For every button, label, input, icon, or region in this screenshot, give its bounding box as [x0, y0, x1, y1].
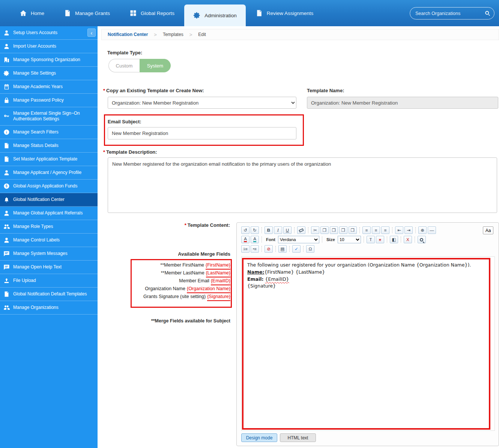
- numbered-list-button[interactable]: 1≡: [241, 245, 250, 253]
- sidebar-item-label: Manage Search Filters: [13, 129, 59, 135]
- sidebar-item-import-user-accounts[interactable]: Import User Accounts: [0, 40, 98, 53]
- required-marker: *: [103, 149, 105, 155]
- toolbar-separator: [262, 237, 262, 243]
- merge-field-row: Member Email {EmailID}: [119, 277, 230, 285]
- sidebar-item-setup-users-accounts[interactable]: Setup Users Accounts ‹: [0, 26, 98, 40]
- sidebar-item-label: Set Master Application Template: [13, 156, 77, 162]
- sidebar-item-global-notification-default-templates[interactable]: Global Notification Default Templates: [0, 288, 98, 301]
- editor-toolbar: ↺ ↻ B I U ✂ ❐ ❒ ❒ ❒ ≡ ≡ ≡: [237, 223, 499, 255]
- sidebar-item-label: Manage Password Policy: [13, 97, 64, 103]
- redo-button[interactable]: ↻: [251, 226, 259, 234]
- spellcheck-button[interactable]: ✓: [292, 245, 301, 253]
- design-mode-tab[interactable]: Design mode: [241, 433, 277, 442]
- align-center-button[interactable]: ≡: [372, 226, 380, 234]
- bold-button[interactable]: B: [265, 226, 273, 234]
- nav-review-assignments[interactable]: Review Assignments: [246, 0, 323, 26]
- align-right-button[interactable]: ≡: [381, 226, 389, 234]
- bullet-list-button[interactable]: •≡: [251, 245, 259, 253]
- sidebar-item-manage-system-messages[interactable]: Manage System Messages: [0, 247, 98, 261]
- sidebar-item-manage-password-policy[interactable]: Manage Password Policy: [0, 94, 98, 107]
- cut-button[interactable]: ✂: [311, 226, 319, 234]
- calendar-icon: [3, 84, 10, 90]
- eraser-button[interactable]: [297, 226, 305, 234]
- sidebar-collapse-button[interactable]: ‹: [87, 28, 96, 37]
- sidebar-item-file-upload[interactable]: File Upload: [0, 274, 98, 288]
- sidebar-item-label: Global Assign Application Funds: [13, 183, 77, 189]
- sidebar-item-manage-site-settings[interactable]: Manage Site Settings: [0, 67, 98, 80]
- copy-template-select[interactable]: Organization: New Member Registration: [108, 97, 296, 109]
- nav-global-reports-label: Global Reports: [141, 10, 174, 16]
- remove-format-button[interactable]: X: [404, 236, 412, 243]
- no-entry-button[interactable]: ⊘: [265, 245, 273, 253]
- sidebar-item-label: Manage Role Types: [13, 224, 53, 229]
- breadcrumb-notification-center[interactable]: Notification Center: [108, 32, 148, 37]
- sidebar-item-manage-external-sso-settings[interactable]: Manage External Single Sign~On Authentic…: [0, 107, 98, 126]
- special-character-button[interactable]: Ω: [306, 245, 314, 253]
- sidebar-item-global-notification-center[interactable]: Global Notification Center: [0, 193, 98, 207]
- breadcrumb-templates[interactable]: Templates: [163, 32, 183, 37]
- sidebar-item-manage-search-filters[interactable]: Manage Search Filters: [0, 126, 98, 139]
- background-color-button[interactable]: ◧: [390, 236, 398, 243]
- highlight-color-button[interactable]: A: [251, 236, 259, 243]
- sidebar-item-global-assign-application-funds[interactable]: Global Assign Application Funds: [0, 180, 98, 193]
- custom-toggle-button[interactable]: Custom: [108, 59, 140, 72]
- person-icon: [3, 210, 10, 216]
- template-type-toggle: Custom System: [108, 59, 171, 72]
- font-color-button[interactable]: A: [241, 236, 250, 243]
- preview-button[interactable]: [418, 236, 426, 243]
- outdent-button[interactable]: ⇤: [395, 226, 403, 234]
- merge-field-row: **Member LastName {LastName}: [119, 270, 230, 277]
- sidebar-item-manage-organizations[interactable]: Manage Organizations: [0, 301, 98, 315]
- superscript-button[interactable]: T: [367, 236, 375, 243]
- underline-button[interactable]: U: [283, 226, 292, 234]
- font-select[interactable]: Verdana: [278, 236, 319, 243]
- sidebar-item-label: Manage External Single Sign~On Authentic…: [13, 111, 95, 122]
- html-text-tab[interactable]: HTML text: [280, 433, 316, 442]
- search-icon[interactable]: [485, 10, 490, 16]
- paste-button[interactable]: ❒: [330, 226, 338, 234]
- undo-button[interactable]: ↺: [241, 226, 250, 234]
- template-content-editor: ↺ ↻ B I U ✂ ❐ ❒ ❒ ❒ ≡ ≡ ≡: [236, 222, 499, 446]
- paste-from-word-button[interactable]: ❒: [339, 226, 347, 234]
- toolbar-separator: [289, 246, 290, 252]
- nav-home[interactable]: Home: [10, 0, 54, 26]
- align-left-button[interactable]: ≡: [362, 226, 371, 234]
- sidebar-item-manage-global-applicant-referrals[interactable]: Manage Global Applicant Referrals: [0, 207, 98, 220]
- insert-image-button[interactable]: ▤: [278, 245, 287, 253]
- sidebar-item-manage-academic-years[interactable]: Manage Academic Years: [0, 80, 98, 94]
- document-icon: [3, 156, 10, 162]
- template-description-textarea[interactable]: New Member registered for the organizati…: [108, 157, 497, 213]
- horizontal-rule-button[interactable]: —: [428, 226, 436, 234]
- sidebar-item-manage-control-labels[interactable]: Manage Control Labels: [0, 234, 98, 247]
- paste-plain-text-button[interactable]: ❒: [349, 226, 357, 234]
- email-subject-label: Email Subject:: [108, 119, 141, 124]
- sidebar-item-label: Manage Site Settings: [13, 70, 56, 76]
- editor-content-area[interactable]: The following user registered for your o…: [241, 256, 495, 431]
- sidebar-item-manage-status-details[interactable]: Manage Status Details: [0, 139, 98, 153]
- sidebar-item-manage-open-help-text[interactable]: Manage Open Help Text: [0, 261, 98, 274]
- sidebar-item-manage-role-types[interactable]: Manage Role Types: [0, 220, 98, 234]
- building-icon: [3, 57, 10, 63]
- sidebar-item-label: Setup Users Accounts: [13, 30, 57, 36]
- search-input[interactable]: [415, 11, 485, 16]
- toolbar-separator: [262, 246, 262, 252]
- eraser-icon: [299, 228, 304, 232]
- sidebar-item-manage-sponsoring-organization[interactable]: Manage Sponsoring Organization: [0, 53, 98, 67]
- font-case-button[interactable]: Aa: [483, 226, 493, 234]
- nav-global-reports[interactable]: Global Reports: [120, 0, 184, 26]
- strikethrough-button[interactable]: x: [376, 236, 384, 243]
- toolbar-separator: [303, 246, 304, 252]
- indent-button[interactable]: ⇥: [404, 226, 413, 234]
- nav-manage-grants[interactable]: Manage Grants: [54, 0, 120, 26]
- copy-button[interactable]: ❐: [320, 226, 329, 234]
- sidebar-item-manage-applicant-agency-profile[interactable]: Manage Applicant / Agency Profile: [0, 166, 98, 180]
- sidebar-item-set-master-application-template[interactable]: Set Master Application Template: [0, 153, 98, 166]
- sidebar-item-label: Manage System Messages: [13, 251, 68, 256]
- toolbar-separator: [275, 246, 276, 252]
- system-toggle-button[interactable]: System: [140, 59, 171, 72]
- italic-button[interactable]: I: [274, 226, 282, 234]
- size-select[interactable]: 10: [338, 236, 361, 243]
- nav-administration[interactable]: Administration: [184, 4, 246, 26]
- insert-link-button[interactable]: ⊕: [418, 226, 427, 234]
- email-subject-input[interactable]: [108, 127, 296, 139]
